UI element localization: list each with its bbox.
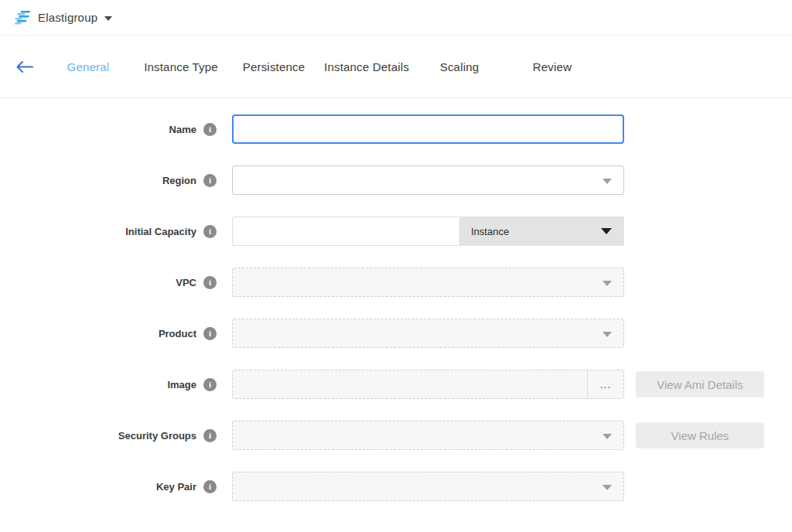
form-row-key-pair: Key Pair i bbox=[0, 472, 792, 501]
tab-persistence[interactable]: Persistence bbox=[227, 60, 320, 73]
tab-review[interactable]: Review bbox=[506, 60, 599, 73]
vpc-label: VPC bbox=[176, 277, 196, 288]
form-row-product: Product i bbox=[0, 319, 792, 348]
chevron-down-icon bbox=[603, 485, 612, 490]
form-row-initial-capacity: Initial Capacity i Instance bbox=[0, 217, 792, 246]
key-pair-label: Key Pair bbox=[156, 481, 196, 493]
product-select bbox=[232, 319, 624, 348]
browse-ellipsis-icon[interactable]: ... bbox=[587, 370, 623, 398]
top-bar: Elastigroup bbox=[0, 0, 792, 36]
tab-instance-type[interactable]: Instance Type bbox=[135, 60, 227, 73]
form-row-security-groups: Security Groups i View Rules bbox=[0, 421, 792, 450]
initial-capacity-input[interactable] bbox=[232, 217, 460, 246]
form-row-region: Region i bbox=[0, 165, 792, 195]
initial-capacity-info-icon[interactable]: i bbox=[203, 225, 217, 238]
security-groups-label: Security Groups bbox=[118, 430, 196, 442]
general-settings-form: Name i Region i Initial Capacity i Inst bbox=[0, 98, 792, 501]
capacity-unit-value: Instance bbox=[471, 226, 509, 237]
wizard-tabs: General Instance Type Persistence Instan… bbox=[42, 60, 599, 73]
key-pair-select bbox=[232, 472, 624, 501]
back-arrow-icon[interactable] bbox=[15, 55, 42, 78]
product-label: Product bbox=[159, 328, 196, 339]
app-title: Elastigroup bbox=[38, 11, 97, 24]
region-label: Region bbox=[162, 175, 196, 186]
chevron-down-icon bbox=[603, 281, 612, 286]
app-switcher-caret-icon[interactable] bbox=[104, 16, 112, 21]
name-info-icon[interactable]: i bbox=[203, 123, 217, 136]
chevron-down-icon bbox=[601, 228, 612, 234]
security-groups-info-icon[interactable]: i bbox=[203, 429, 217, 442]
product-info-icon[interactable]: i bbox=[203, 327, 217, 340]
key-pair-info-icon[interactable]: i bbox=[203, 480, 217, 493]
elastigroup-logo-icon bbox=[11, 9, 31, 27]
form-row-vpc: VPC i bbox=[0, 268, 792, 297]
initial-capacity-label: Initial Capacity bbox=[125, 226, 196, 237]
chevron-down-icon bbox=[603, 434, 612, 439]
chevron-down-icon bbox=[603, 332, 612, 337]
view-rules-button[interactable]: View Rules bbox=[636, 422, 764, 448]
image-label: Image bbox=[167, 379, 196, 390]
form-row-name: Name i bbox=[0, 114, 792, 144]
vpc-select bbox=[232, 268, 624, 297]
name-label: Name bbox=[169, 124, 196, 135]
view-ami-details-button[interactable]: View Ami Details bbox=[636, 371, 764, 397]
vpc-info-icon[interactable]: i bbox=[203, 276, 217, 289]
wizard-tab-bar: General Instance Type Persistence Instan… bbox=[0, 36, 792, 98]
security-groups-select bbox=[232, 421, 624, 450]
tab-scaling[interactable]: Scaling bbox=[413, 60, 506, 73]
tab-general[interactable]: General bbox=[42, 60, 135, 73]
tab-instance-details[interactable]: Instance Details bbox=[320, 60, 413, 73]
form-row-image: Image i ... View Ami Details bbox=[0, 370, 792, 399]
region-info-icon[interactable]: i bbox=[203, 174, 217, 187]
capacity-unit-select[interactable]: Instance bbox=[460, 217, 624, 246]
name-input[interactable] bbox=[232, 114, 624, 144]
image-input: ... bbox=[232, 370, 624, 399]
region-select[interactable] bbox=[232, 165, 624, 195]
chevron-down-icon bbox=[603, 179, 612, 184]
image-info-icon[interactable]: i bbox=[203, 378, 217, 391]
